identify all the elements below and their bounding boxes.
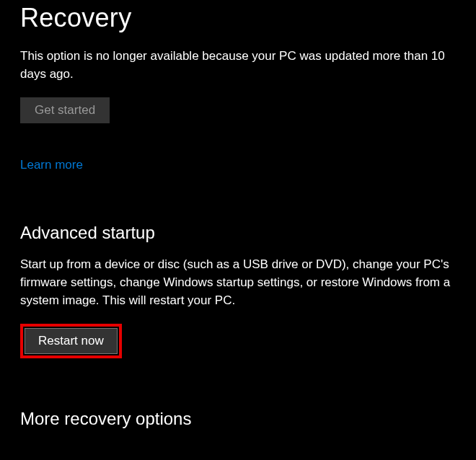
more-recovery-title: More recovery options [20,409,456,429]
advanced-startup-description: Start up from a device or disc (such as … [20,256,456,309]
recovery-unavailable-text: This option is no longer available becau… [20,48,456,83]
page-title: Recovery [20,0,456,33]
restart-now-button[interactable]: Restart now [25,328,118,354]
advanced-startup-title: Advanced startup [20,223,456,243]
learn-more-link[interactable]: Learn more [20,158,83,172]
get-started-button[interactable]: Get started [20,97,110,123]
restart-now-highlight: Restart now [20,324,122,358]
